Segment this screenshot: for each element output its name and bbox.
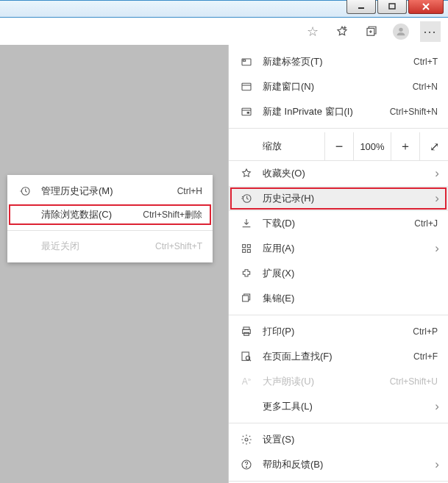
svg-point-9 [399,28,402,32]
svg-rect-22 [243,296,249,301]
svg-rect-12 [242,83,251,90]
profile-avatar[interactable] [391,21,411,42]
menu-separator [7,230,213,231]
svg-rect-20 [243,249,246,252]
menu-item-label: 设置(S) [263,433,438,446]
menu-item-shortcut: Ctrl+Shift+N [390,107,438,117]
menu-item-label: 新建 InPrivate 窗口(I) [263,105,390,118]
menu-history[interactable]: 历史记录(H) › [229,186,448,211]
minimize-button[interactable] [346,0,376,14]
menu-zoom-row: 缩放 − 100% ＋ ⤢ [229,132,448,161]
svg-rect-21 [247,249,250,252]
menu-item-shortcut: Ctrl+N [413,82,438,92]
app-window: ☆ ⋯ 新建标签页(T) Ctrl+T 新建窗口(N) Ctrl+N 新建 In… [0,0,448,483]
menu-print[interactable]: 打印(P) Ctrl+P [229,319,448,344]
history-icon [239,193,254,204]
inprivate-icon [239,106,254,118]
maximize-button[interactable] [377,0,407,14]
menu-item-label: 最近关闭 [41,240,155,253]
chevron-right-icon: › [435,457,439,472]
menu-item-label: 打印(P) [263,325,413,338]
menu-separator [229,423,448,423]
chevron-right-icon: › [435,241,439,256]
window-controls [346,0,444,14]
fullscreen-button[interactable]: ⤢ [419,132,448,160]
menu-more-tools[interactable]: 更多工具(L) › [229,394,448,419]
apps-icon [239,243,254,254]
menu-separator [229,315,448,315]
menu-collections[interactable]: 集锦(E) [229,286,448,311]
menu-favorites[interactable]: 收藏夹(O) › [229,161,448,186]
menu-item-shortcut: Ctrl+Shift+T [155,241,202,251]
svg-point-29 [245,438,248,441]
collections-icon [239,293,254,304]
read-aloud-icon: A» [239,376,254,387]
submenu-manage-history[interactable]: 管理历史记录(M) Ctrl+H [7,179,213,203]
svg-rect-16 [247,112,249,114]
svg-rect-18 [243,245,246,248]
svg-point-31 [246,467,246,468]
submenu-clear-data[interactable]: 清除浏览数据(C) Ctrl+Shift+删除 [7,203,213,226]
gear-icon [239,434,254,446]
download-icon [239,218,254,229]
menu-item-label: 下载(D) [263,217,414,230]
history-submenu: 管理历史记录(M) Ctrl+H 清除浏览数据(C) Ctrl+Shift+删除… [7,175,213,262]
menu-item-label: 更多工具(L) [263,400,438,413]
menu-separator [229,481,448,482]
menu-downloads[interactable]: 下载(D) Ctrl+J [229,211,448,236]
more-button[interactable]: ⋯ [420,21,441,42]
close-button[interactable] [408,0,444,14]
window-icon [239,81,254,93]
menu-item-label: 集锦(E) [263,292,438,305]
menu-item-label: 新建窗口(N) [263,80,413,93]
menu-item-label: 在页面上查找(F) [263,350,413,363]
menu-new-tab[interactable]: 新建标签页(T) Ctrl+T [229,49,448,74]
menu-item-label: 扩展(X) [263,267,438,280]
zoom-out-button[interactable]: − [324,132,353,160]
menu-item-label: 历史记录(H) [263,192,438,205]
svg-rect-19 [247,245,250,248]
history-icon [18,185,32,197]
menu-item-shortcut: Ctrl+Shift+U [390,376,438,387]
menu-item-label: 清除浏览数据(C) [41,208,143,221]
svg-point-27 [246,356,249,359]
menu-item-shortcut: Ctrl+T [413,57,438,67]
svg-rect-1 [389,4,395,9]
menu-help[interactable]: 帮助和反馈(B) › [229,452,448,477]
zoom-in-button[interactable]: ＋ [391,132,419,160]
menu-item-shortcut: Ctrl+J [414,218,438,229]
menu-read-aloud: A» 大声朗读(U) Ctrl+Shift+U [229,369,448,394]
menu-new-window[interactable]: 新建窗口(N) Ctrl+N [229,74,448,99]
chevron-right-icon: › [435,166,439,181]
svg-line-28 [249,359,251,361]
menu-item-shortcut: Ctrl+Shift+删除 [143,209,202,221]
favorites-add-icon[interactable] [332,21,352,42]
menu-apps[interactable]: 应用(A) › [229,236,448,261]
overflow-menu: 新建标签页(T) Ctrl+T 新建窗口(N) Ctrl+N 新建 InPriv… [228,45,448,483]
extensions-icon [239,268,254,279]
menu-find[interactable]: 在页面上查找(F) Ctrl+F [229,344,448,369]
menu-item-shortcut: Ctrl+H [177,186,202,196]
svg-rect-11 [243,60,245,61]
menu-item-label: 收藏夹(O) [263,167,438,180]
menu-new-inprivate[interactable]: 新建 InPrivate 窗口(I) Ctrl+Shift+N [229,99,448,124]
print-icon [239,326,254,337]
menu-item-shortcut: Ctrl+P [413,326,438,337]
star-icon [239,168,254,179]
menu-item-label: 应用(A) [263,242,438,255]
svg-rect-14 [242,108,251,115]
browser-toolbar: ☆ ⋯ [0,18,448,46]
help-icon [239,459,254,471]
zoom-percent: 100% [353,132,391,160]
menu-item-shortcut: Ctrl+F [413,351,438,362]
collections-icon[interactable] [361,21,382,42]
menu-settings[interactable]: 设置(S) [229,427,448,452]
chevron-right-icon: › [435,191,439,206]
menu-item-label: 大声朗读(U) [263,375,390,388]
menu-extensions[interactable]: 扩展(X) [229,261,448,286]
menu-item-label: 帮助和反馈(B) [263,458,438,471]
submenu-recent-closed: 最近关闭 Ctrl+Shift+T [7,235,213,258]
menu-separator [229,128,448,129]
menu-item-label: 管理历史记录(M) [41,185,177,198]
favorite-star-icon[interactable]: ☆ [302,21,323,42]
